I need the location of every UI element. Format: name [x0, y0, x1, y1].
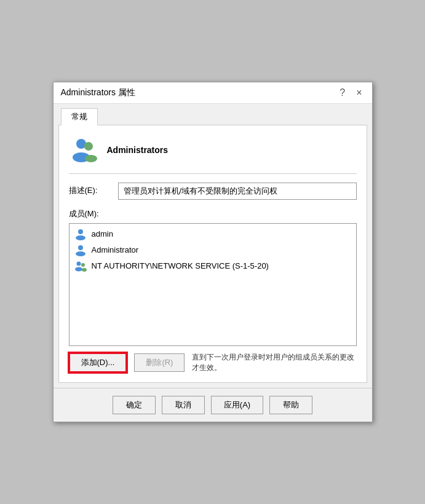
tab-general[interactable]: 常规 [61, 108, 98, 125]
dialog-content: Administrators 描述(E): 成员(M): admin [58, 125, 367, 384]
member-name: Administrator [92, 245, 139, 254]
list-item: NT AUTHORITY\NETWORK SERVICE (S-1-5-20) [70, 258, 356, 274]
help-footer-button[interactable]: 帮助 [269, 396, 312, 414]
apply-button[interactable]: 应用(A) [211, 396, 263, 414]
dialog-title: Administrators 属性 [61, 87, 135, 98]
member-name: admin [92, 229, 113, 238]
title-bar-buttons: ? × [337, 87, 364, 98]
members-list: admin Administrator NT AUTHORITY\NETWORK… [69, 223, 357, 346]
members-label: 成员(M): [69, 208, 357, 219]
description-label: 描述(E): [69, 183, 112, 196]
separator [69, 173, 357, 174]
administrators-icon-svg [69, 135, 98, 165]
svg-point-6 [76, 235, 85, 240]
description-row: 描述(E): [69, 183, 357, 200]
action-row: 添加(D)... 删除(R) 直到下一次用户登录时对用户的组成员关系的更改才生效… [69, 352, 357, 373]
cancel-button[interactable]: 取消 [162, 396, 205, 414]
user-icon [74, 228, 87, 240]
administrators-dialog: Administrators 属性 ? × 常规 [53, 82, 373, 423]
svg-point-3 [84, 142, 93, 151]
svg-point-5 [78, 229, 83, 234]
list-item: admin [70, 226, 356, 242]
group-icon [69, 135, 98, 165]
svg-point-10 [75, 267, 82, 271]
svg-point-9 [76, 261, 81, 266]
svg-point-11 [81, 263, 85, 267]
tab-bar: 常规 [54, 104, 372, 125]
description-input[interactable] [118, 183, 357, 200]
user-icon [74, 244, 87, 256]
svg-point-12 [82, 268, 87, 272]
network-user-icon [74, 260, 87, 272]
ok-button[interactable]: 确定 [113, 396, 156, 414]
add-button[interactable]: 添加(D)... [69, 353, 127, 372]
help-button[interactable]: ? [337, 87, 348, 98]
close-button[interactable]: × [354, 87, 364, 98]
member-name: NT AUTHORITY\NETWORK SERVICE (S-1-5-20) [92, 261, 269, 270]
svg-point-7 [78, 245, 83, 250]
remove-button[interactable]: 删除(R) [134, 353, 185, 372]
dialog-footer: 确定 取消 应用(A) 帮助 [54, 388, 372, 422]
action-note: 直到下一次用户登录时对用户的组成员关系的更改才生效。 [192, 352, 356, 373]
title-bar: Administrators 属性 ? × [54, 82, 372, 104]
group-icon-section: Administrators [69, 135, 357, 165]
group-name: Administrators [107, 145, 169, 155]
list-item: Administrator [70, 242, 356, 258]
svg-point-4 [85, 155, 97, 162]
svg-point-8 [76, 251, 85, 256]
